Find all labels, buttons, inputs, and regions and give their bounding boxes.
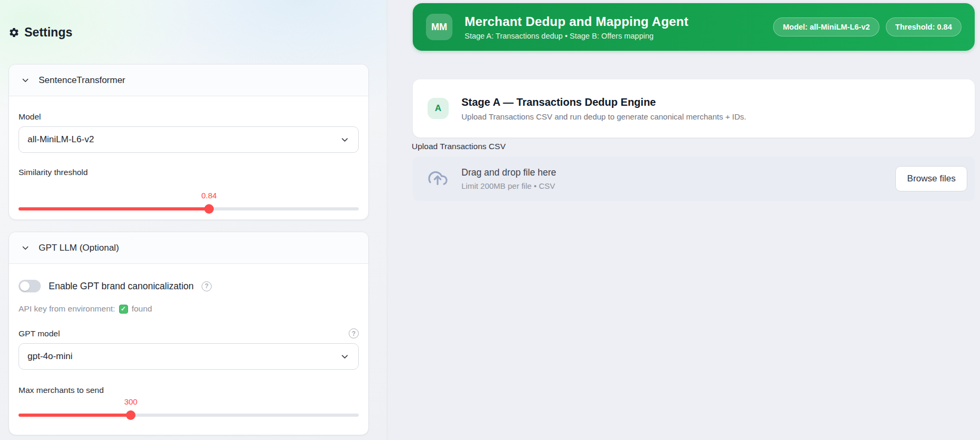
stage-a-title: Stage A — Transactions Dedup Engine — [461, 96, 746, 108]
slider-track[interactable] — [19, 207, 359, 210]
sentence-transformer-expander[interactable]: SentenceTransformer — [9, 65, 368, 96]
app-header-banner: MM Merchant Dedup and Mapping Agent Stag… — [413, 3, 975, 51]
chevron-down-icon — [21, 76, 30, 85]
gpt-model-select-value: gpt-4o-mini — [28, 351, 340, 362]
api-key-status-row: API key from environment: ✓ found — [19, 304, 359, 314]
settings-sidebar: Settings SentenceTransformer Model all-M… — [0, 0, 387, 440]
chevron-down-icon — [21, 243, 30, 253]
max-merchants-label: Max merchants to send — [19, 386, 359, 395]
stage-a-subtitle: Upload Transactions CSV and run dedup to… — [461, 112, 746, 121]
slider-value-label: 300 — [124, 397, 138, 406]
gpt-enable-toggle[interactable] — [19, 280, 41, 292]
slider-thumb[interactable] — [204, 204, 214, 214]
toggle-knob — [20, 281, 30, 291]
check-mark-icon: ✓ — [119, 305, 128, 314]
expander-title: GPT LLM (Optional) — [39, 243, 119, 253]
dropzone-title: Drag and drop file here — [461, 167, 556, 178]
model-label: Model — [19, 112, 359, 122]
gpt-llm-card: GPT LLM (Optional) Enable GPT brand cano… — [8, 232, 369, 435]
slider-fill — [19, 414, 131, 417]
help-icon[interactable]: ? — [202, 281, 212, 291]
upload-csv-label: Upload Transactions CSV — [412, 142, 505, 151]
main-content: MM Merchant Dedup and Mapping Agent Stag… — [387, 0, 980, 440]
slider-track[interactable] — [19, 414, 359, 417]
slider-fill — [19, 207, 209, 210]
model-select-value: all-MiniLM-L6-v2 — [28, 134, 340, 145]
dropzone-hint: Limit 200MB per file • CSV — [461, 181, 556, 190]
api-key-label: API key from environment: — [19, 304, 115, 314]
sentence-transformer-card: SentenceTransformer Model all-MiniLM-L6-… — [8, 64, 369, 220]
gpt-toggle-label: Enable GPT brand canonicalization — [49, 281, 194, 292]
app-subtitle: Stage A: Transactions dedup • Stage B: O… — [465, 32, 688, 40]
chevron-down-icon — [340, 352, 350, 362]
gpt-model-label: GPT model — [19, 329, 60, 338]
gpt-llm-expander[interactable]: GPT LLM (Optional) — [9, 232, 368, 264]
settings-heading: Settings — [8, 25, 72, 40]
stage-a-card: A Stage A — Transactions Dedup Engine Up… — [413, 79, 975, 138]
file-dropzone[interactable]: Drag and drop file here Limit 200MB per … — [413, 157, 975, 201]
slider-value-label: 0.84 — [201, 191, 216, 200]
slider-thumb[interactable] — [126, 410, 135, 420]
similarity-threshold-slider: 0.84 — [19, 191, 359, 220]
settings-title: Settings — [24, 25, 72, 40]
gpt-model-select[interactable]: gpt-4o-mini — [19, 343, 359, 370]
app-avatar: MM — [426, 14, 452, 40]
threshold-pill: Threshold: 0.84 — [886, 17, 961, 36]
max-merchants-slider: 300 — [19, 397, 359, 427]
help-icon[interactable]: ? — [349, 328, 359, 338]
app-title: Merchant Dedup and Mapping Agent — [465, 14, 688, 29]
chevron-down-icon — [340, 135, 350, 145]
similarity-threshold-label: Similarity threshold — [19, 168, 359, 177]
browse-files-button[interactable]: Browse files — [895, 166, 967, 191]
cloud-upload-icon — [425, 169, 450, 189]
model-pill: Model: all-MiniLM-L6-v2 — [773, 17, 879, 36]
stage-a-avatar: A — [428, 98, 449, 119]
model-select[interactable]: all-MiniLM-L6-v2 — [19, 126, 359, 153]
gear-icon — [8, 27, 20, 38]
api-key-status: found — [132, 304, 152, 314]
expander-title: SentenceTransformer — [39, 75, 125, 86]
